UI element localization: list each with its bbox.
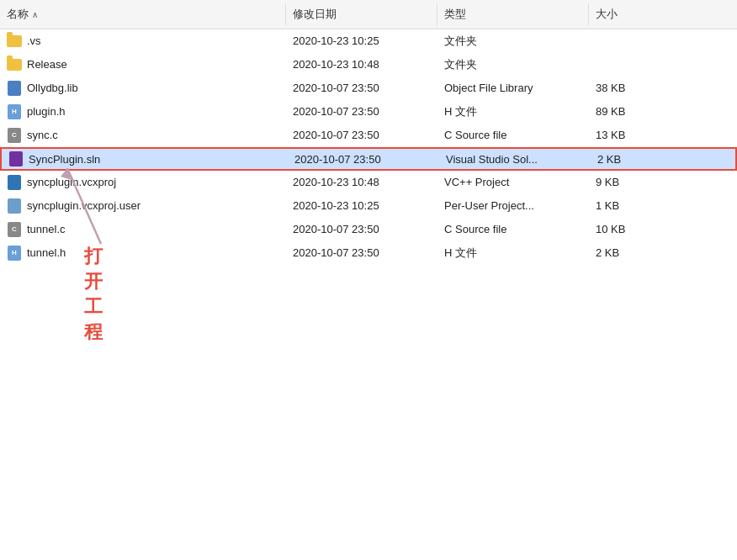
file-type: C Source file [437, 127, 589, 143]
col-modified-header[interactable]: 修改日期 [286, 3, 437, 25]
file-modified: 2020-10-07 23:50 [288, 151, 439, 167]
file-name: sync.c [27, 129, 58, 141]
file-name: Release [27, 58, 67, 71]
table-row[interactable]: Hplugin.h2020-10-07 23:50H 文件89 KB [0, 100, 737, 124]
file-icon [7, 175, 22, 190]
file-modified: 2020-10-23 10:48 [286, 56, 437, 72]
file-name-cell: Hplugin.h [0, 103, 286, 121]
file-size: 2 KB [589, 245, 673, 261]
file-icon [7, 34, 22, 49]
file-modified: 2020-10-07 23:50 [286, 127, 437, 143]
file-size: 2 KB [591, 151, 675, 167]
table-row[interactable]: SyncPlugin.sln2020-10-07 23:50Visual Stu… [0, 147, 737, 171]
table-row[interactable]: Csync.c2020-10-07 23:50C Source file13 K… [0, 124, 737, 147]
file-name-cell: Release [0, 55, 286, 74]
file-name: syncplugin.vcxproj [27, 176, 116, 188]
file-name-cell: SyncPlugin.sln [2, 150, 288, 168]
file-type: VC++ Project [437, 174, 589, 190]
col-type-header[interactable]: 类型 [437, 3, 589, 25]
file-modified: 2020-10-23 10:48 [286, 174, 437, 190]
col-name-header[interactable]: 名称 ∧ [0, 3, 286, 25]
file-name-cell: Csync.c [0, 126, 286, 145]
file-name-cell: Htunnel.h [0, 244, 286, 262]
table-row[interactable]: Release2020-10-23 10:48文件夹 [0, 53, 737, 77]
file-modified: 2020-10-23 10:25 [286, 198, 437, 214]
file-icon [7, 198, 22, 214]
file-size: 10 KB [589, 221, 673, 237]
file-name-cell: syncplugin.vcxproj [0, 173, 286, 192]
file-icon [7, 81, 22, 96]
file-size: 13 KB [589, 127, 673, 143]
file-name: tunnel.h [27, 246, 66, 259]
file-size: 89 KB [589, 103, 673, 119]
col-size-label: 大小 [596, 7, 618, 22]
file-type: Object File Library [437, 80, 589, 96]
col-size-header[interactable]: 大小 [589, 3, 673, 25]
file-explorer: 名称 ∧ 修改日期 类型 大小 .vs2020-10-23 10:25文件夹Re… [0, 0, 737, 560]
file-icon [7, 57, 22, 72]
file-name-cell: .vs [0, 32, 286, 50]
file-name-cell: Ctunnel.c [0, 220, 286, 239]
file-list: .vs2020-10-23 10:25文件夹Release2020-10-23 … [0, 29, 737, 560]
file-type: C Source file [437, 221, 589, 237]
file-name: SyncPlugin.sln [29, 153, 100, 166]
file-size: 1 KB [589, 198, 673, 214]
file-size [589, 63, 673, 66]
file-icon: C [7, 222, 22, 237]
table-header: 名称 ∧ 修改日期 类型 大小 [0, 0, 737, 29]
sort-arrow: ∧ [32, 10, 38, 19]
file-size: 9 KB [589, 174, 673, 190]
file-name: tunnel.c [27, 223, 66, 235]
file-name: .vs [27, 34, 41, 47]
file-type: 文件夹 [437, 55, 589, 74]
table-row[interactable]: Ollydbg.lib2020-10-07 23:50Object File L… [0, 77, 737, 100]
file-icon: C [7, 128, 22, 143]
file-size [589, 40, 673, 43]
col-modified-label: 修改日期 [293, 7, 337, 22]
file-modified: 2020-10-07 23:50 [286, 103, 437, 119]
file-icon: H [7, 104, 22, 119]
file-type: 文件夹 [437, 32, 589, 50]
file-name: syncplugin.vcxproj.user [27, 199, 141, 212]
file-modified: 2020-10-23 10:25 [286, 33, 437, 49]
file-name: Ollydbg.lib [27, 82, 78, 94]
file-modified: 2020-10-07 23:50 [286, 245, 437, 261]
file-size: 38 KB [589, 80, 673, 96]
file-name-cell: Ollydbg.lib [0, 79, 286, 98]
file-modified: 2020-10-07 23:50 [286, 221, 437, 237]
file-icon [8, 151, 24, 166]
file-icon: H [7, 246, 22, 261]
file-type: H 文件 [437, 103, 589, 121]
file-modified: 2020-10-07 23:50 [286, 80, 437, 96]
table-row[interactable]: .vs2020-10-23 10:25文件夹 [0, 29, 737, 53]
table-row[interactable]: syncplugin.vcxproj.user2020-10-23 10:25P… [0, 194, 737, 218]
file-name-cell: syncplugin.vcxproj.user [0, 197, 286, 215]
file-type: Per-User Project... [437, 198, 589, 214]
table-row[interactable]: Htunnel.h2020-10-07 23:50H 文件2 KB [0, 241, 737, 265]
table-row[interactable]: Ctunnel.c2020-10-07 23:50C Source file10… [0, 218, 737, 241]
col-type-label: 类型 [444, 7, 466, 22]
col-name-label: 名称 [7, 7, 29, 22]
file-type: H 文件 [437, 244, 589, 262]
file-name: plugin.h [27, 105, 66, 118]
table-row[interactable]: syncplugin.vcxproj2020-10-23 10:48VC++ P… [0, 171, 737, 194]
file-type: Visual Studio Sol... [439, 151, 591, 167]
